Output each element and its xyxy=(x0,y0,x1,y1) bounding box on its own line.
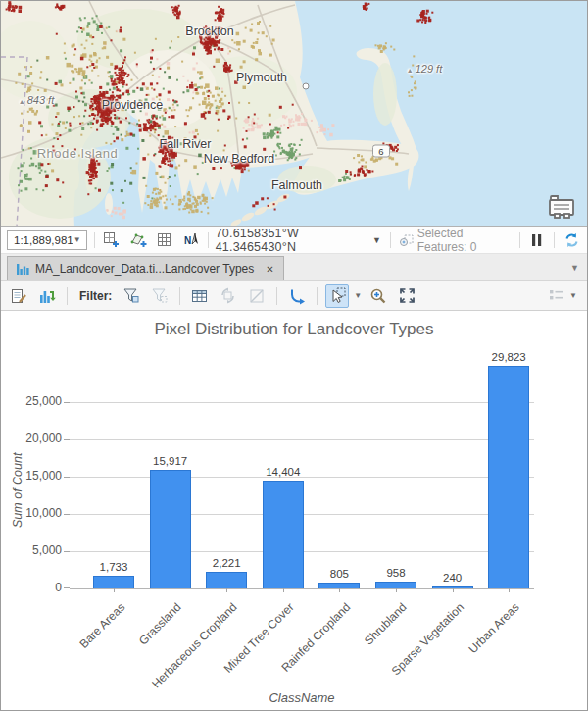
chart-view: Pixel Distribution for Landcover Types S… xyxy=(1,320,587,711)
map-scale-combobox[interactable]: 1:1,889,981 ▼ xyxy=(7,230,87,250)
bar-grassland[interactable] xyxy=(150,470,191,588)
flip-axes-icon[interactable] xyxy=(285,284,309,308)
gridline xyxy=(70,402,534,403)
gridline xyxy=(70,439,534,440)
peak-icon: ▲ xyxy=(19,98,27,105)
close-tab-icon[interactable]: ✕ xyxy=(266,264,273,275)
bar-value-label: 805 xyxy=(330,568,349,580)
arcgis-pro-window: BrocktonPlymouthProvidenceFall RiverNew … xyxy=(0,0,588,711)
plymouth-marker xyxy=(303,83,309,89)
separator xyxy=(208,232,209,248)
show-table-icon[interactable] xyxy=(188,284,212,308)
separator xyxy=(317,287,318,305)
y-tick-mark xyxy=(64,477,70,478)
x-tick-mark xyxy=(396,588,397,592)
separator xyxy=(390,232,391,248)
separator xyxy=(179,287,180,305)
select-tool-chevron-icon[interactable]: ▼ xyxy=(354,291,362,300)
bar-value-label: 958 xyxy=(386,567,405,579)
selected-features-icon xyxy=(398,232,414,248)
map-panel-icon[interactable] xyxy=(546,193,577,225)
chart-toolbar: Filter: xyxy=(1,281,587,311)
north-arrow-icon[interactable]: N xyxy=(181,230,201,250)
y-tick-label: 0 xyxy=(7,581,62,594)
x-axis-title: ClassName xyxy=(70,690,534,705)
y-tick-label: 15,000 xyxy=(7,469,62,482)
y-tick-label: 20,000 xyxy=(7,432,62,445)
y-tick-label: 25,000 xyxy=(7,394,62,408)
map-city-label: Fall River xyxy=(160,137,212,151)
filter-by-selection-icon[interactable] xyxy=(120,284,143,308)
separator xyxy=(276,287,277,305)
refresh-icon[interactable] xyxy=(562,230,581,250)
state-label: Rhode Island xyxy=(37,146,119,161)
y-tick-mark xyxy=(64,402,70,403)
x-tick-mark xyxy=(114,588,115,592)
separator xyxy=(554,232,555,248)
map-city-label: Brockton xyxy=(185,25,233,38)
x-tick-mark xyxy=(339,588,340,592)
y-tick-label: 5,000 xyxy=(7,543,62,557)
bar-shrubland[interactable] xyxy=(375,582,416,588)
separator xyxy=(94,232,95,248)
legend-list-icon[interactable] xyxy=(548,287,565,304)
chart-export-icon[interactable] xyxy=(35,284,59,308)
filter-label: Filter: xyxy=(79,289,112,303)
pause-drawing-icon[interactable] xyxy=(527,230,547,250)
tab-list-chevron-icon[interactable]: ▼ xyxy=(570,263,579,273)
chart-plot-area[interactable]: 05,00010,00015,00020,00025,0001,733Bare … xyxy=(70,358,534,588)
map-coordinates-readout: 70.6158351°W 41.3465430°N xyxy=(216,227,364,254)
svg-text:N: N xyxy=(184,235,191,246)
bar-value-label: 240 xyxy=(443,572,462,584)
bar-value-label: 2,221 xyxy=(213,557,241,569)
x-tick-mark xyxy=(171,588,172,592)
zoom-mode-icon[interactable] xyxy=(367,284,390,308)
select-tool-icon[interactable] xyxy=(325,284,349,308)
selected-features-label: Selected Features: 0 xyxy=(417,227,513,254)
highway-shield: 6 xyxy=(372,145,390,158)
x-tick-mark xyxy=(509,588,510,592)
bar-urban-areas[interactable] xyxy=(488,366,529,588)
legend-chevron-icon[interactable]: ▼ xyxy=(569,291,577,300)
clear-selection-icon[interactable] xyxy=(245,284,269,308)
bar-bare-areas[interactable] xyxy=(93,576,134,588)
map-city-label: Plymouth xyxy=(236,71,287,84)
chevron-down-icon[interactable]: ▼ xyxy=(74,235,86,244)
separator xyxy=(519,232,520,248)
map-status-bar: 1:1,889,981 ▼ N 70.6158351°W 41.3465430°… xyxy=(1,227,587,254)
elevation-label-1: ▲ 843 ft xyxy=(19,94,54,106)
bar-value-label: 14,404 xyxy=(266,466,300,478)
bar-herbaceous-cropland[interactable] xyxy=(206,572,247,588)
separator xyxy=(67,287,68,305)
x-tick-mark xyxy=(283,588,284,592)
bar-mixed-tree-cover[interactable] xyxy=(263,481,304,588)
elevation-label-2: ▲ 129 ft xyxy=(407,63,442,75)
new-layout-icon[interactable] xyxy=(102,230,122,250)
switch-selection-icon[interactable] xyxy=(217,284,240,308)
map-scale-value: 1:1,889,981 xyxy=(14,234,74,246)
selected-features-indicator[interactable]: Selected Features: 0 xyxy=(398,227,513,254)
chart-properties-icon[interactable] xyxy=(7,284,30,308)
y-tick-mark xyxy=(64,514,70,515)
filter-by-extent-icon[interactable] xyxy=(148,284,172,308)
chevron-down-icon[interactable]: ▼ xyxy=(370,235,383,245)
x-tick-mark xyxy=(226,588,227,592)
bar-value-label: 1,733 xyxy=(100,561,128,573)
map-view[interactable]: BrocktonPlymouthProvidenceFall RiverNew … xyxy=(1,1,587,227)
view-tab-bar: MA_Landcover_Data.ti...Landcover Types ✕… xyxy=(1,254,587,281)
grid-icon[interactable] xyxy=(155,230,174,250)
peak-icon: ▲ xyxy=(407,67,416,74)
x-axis-line xyxy=(70,588,534,589)
bar-value-label: 29,823 xyxy=(492,351,526,363)
full-extent-icon[interactable] xyxy=(395,284,418,308)
bar-value-label: 15,917 xyxy=(153,455,187,467)
y-tick-mark xyxy=(64,587,70,588)
x-tick-mark xyxy=(453,588,454,592)
y-tick-mark xyxy=(64,439,70,440)
bar-chart-tab-icon xyxy=(17,263,29,275)
y-tick-mark xyxy=(64,551,70,552)
map-city-label: New Bedford xyxy=(204,152,274,166)
map-city-label: Providence xyxy=(102,98,164,112)
tab-landcover-chart[interactable]: MA_Landcover_Data.ti...Landcover Types ✕ xyxy=(7,256,284,280)
add-graticule-icon[interactable] xyxy=(128,230,148,250)
